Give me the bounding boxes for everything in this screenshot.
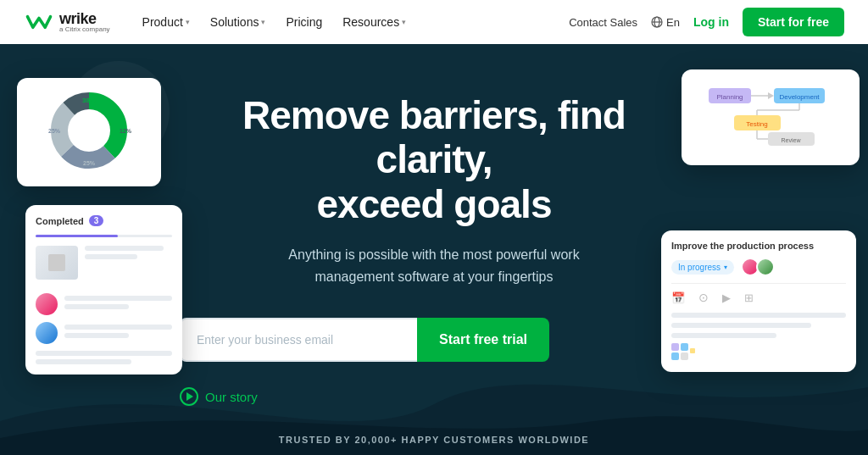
svg-rect-26	[671, 352, 679, 360]
login-link[interactable]: Log in	[693, 15, 729, 29]
gantt-chart: Planning Development Testing Review	[692, 80, 853, 152]
nav-pricing[interactable]: Pricing	[277, 10, 331, 34]
svg-text:Review: Review	[782, 137, 802, 143]
chevron-down-icon: ▾	[261, 18, 265, 26]
pie-chart-card: 38% 25% 25% 12%	[17, 78, 161, 186]
chevron-down-icon: ▾	[724, 264, 727, 271]
nav-left: Product ▾ Solutions ▾ Pricing Resources …	[134, 10, 415, 34]
completed-count: 3	[89, 215, 104, 226]
gantt-card: Planning Development Testing Review	[682, 69, 860, 165]
grid-icon[interactable]: ⊞	[744, 291, 754, 304]
start-for-free-button[interactable]: Start for free	[743, 8, 844, 36]
svg-text:Testing: Testing	[746, 120, 767, 128]
avatar-2	[756, 258, 775, 276]
navbar: wrike a Citrix company Product ▾ Solutio…	[0, 0, 868, 44]
logo-name: wrike	[59, 11, 110, 26]
assignee-avatars	[741, 258, 775, 276]
prod-title: Improve the production process	[671, 241, 846, 251]
chevron-down-icon: ▾	[186, 18, 190, 26]
hero-title: Remove barriers, find clarity, exceed go…	[180, 93, 688, 228]
svg-text:Planning: Planning	[716, 93, 743, 101]
status-text: In progress	[678, 263, 721, 272]
play-icon	[180, 387, 198, 406]
nav-solutions[interactable]: Solutions ▾	[202, 10, 275, 34]
completed-label: Completed	[36, 216, 84, 226]
contact-sales-link[interactable]: Contact Sales	[569, 16, 637, 29]
language-label: En	[666, 16, 680, 29]
globe-icon	[651, 16, 663, 28]
cta-row: Start free trial	[180, 318, 688, 362]
hero-content: Remove barriers, find clarity, exceed go…	[180, 93, 688, 407]
play-triangle	[186, 392, 193, 401]
svg-rect-27	[681, 352, 688, 360]
completed-tasks-card: Completed 3	[25, 205, 182, 375]
check-icon[interactable]: ⊙	[698, 291, 709, 304]
calendar-icon[interactable]: 📅	[671, 291, 685, 304]
task-lines	[671, 313, 846, 338]
logo[interactable]: wrike a Citrix company	[24, 10, 110, 34]
play-icon[interactable]: ▶	[722, 291, 731, 304]
grid-widget-icon	[671, 343, 697, 362]
trust-text: TRUSTED BY 20,000+ HAPPY CUSTOMERS WORLD…	[279, 435, 589, 445]
nav-product[interactable]: Product ▾	[134, 10, 198, 34]
hero-subtitle: Anything is possible with the most power…	[248, 244, 620, 287]
nav-resources[interactable]: Resources ▾	[334, 10, 415, 34]
logo-sub: a Citrix company	[59, 26, 110, 33]
hero-section: 38% 25% 25% 12% Completed 3	[0, 44, 868, 455]
trust-bar: TRUSTED BY 20,000+ HAPPY CUSTOMERS WORLD…	[0, 424, 868, 455]
action-icons: 📅 ⊙ ▶ ⊞	[671, 291, 846, 304]
chevron-down-icon: ▾	[402, 18, 406, 26]
svg-text:Development: Development	[779, 93, 820, 101]
production-card: Improve the production process In progre…	[661, 230, 856, 372]
start-trial-button[interactable]: Start free trial	[417, 318, 549, 362]
svg-rect-25	[681, 343, 688, 351]
status-badge[interactable]: In progress ▾	[671, 260, 734, 275]
svg-rect-28	[690, 348, 695, 353]
language-selector[interactable]: En	[651, 16, 680, 29]
svg-point-8	[70, 112, 108, 149]
nav-right: Contact Sales En Log in Start for free	[569, 8, 844, 36]
svg-rect-24	[671, 343, 679, 351]
svg-marker-12	[768, 92, 774, 99]
email-input[interactable]	[180, 318, 417, 362]
our-story-link[interactable]: Our story	[180, 387, 688, 406]
story-label: Our story	[205, 390, 258, 404]
